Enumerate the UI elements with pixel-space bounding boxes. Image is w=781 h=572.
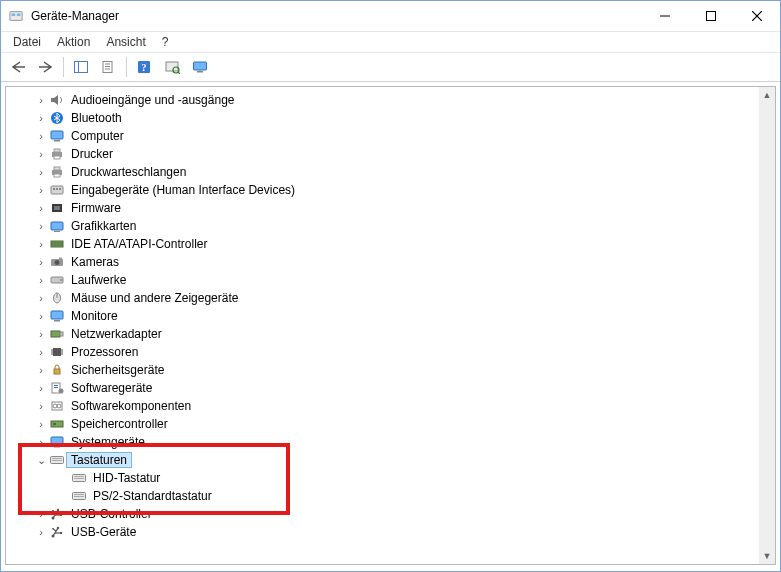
svg-rect-7 [75,62,88,73]
caret-down-icon[interactable]: ⌄ [34,454,48,467]
tree-row[interactable]: ›Drucker [12,145,759,163]
caret-right-icon[interactable]: › [34,310,48,322]
caret-right-icon[interactable]: › [34,130,48,142]
security-device-icon [48,363,66,377]
caret-right-icon[interactable]: › [34,256,48,268]
tree-row[interactable]: ›IDE ATA/ATAPI-Controller [12,235,759,253]
caret-right-icon[interactable]: › [34,220,48,232]
caret-right-icon[interactable]: › [34,292,48,304]
tree-row-label[interactable]: Prozessoren [66,344,143,360]
tree-row[interactable]: ›Mäuse und andere Zeigegeräte [12,289,759,307]
toolbar-show-pane-button[interactable] [68,54,94,80]
tree-row-label[interactable]: Bluetooth [66,110,127,126]
tree-row[interactable]: ›Grafikkarten [12,217,759,235]
menu-file[interactable]: Datei [5,33,49,51]
tree-row[interactable]: ›Bluetooth [12,109,759,127]
caret-right-icon[interactable]: › [34,400,48,412]
tree-row-label[interactable]: HID-Tastatur [88,470,165,486]
tree-row[interactable]: ›Computer [12,127,759,145]
tree-row-label[interactable]: Netzwerkadapter [66,326,167,342]
tree-row-label[interactable]: IDE ATA/ATAPI-Controller [66,236,212,252]
device-tree[interactable]: ›Audioeingänge und -ausgänge›Bluetooth›C… [6,87,759,564]
vertical-scrollbar[interactable]: ▲ ▼ [759,87,775,564]
tree-row[interactable]: ›HID-Tastatur [12,469,759,487]
caret-right-icon[interactable]: › [34,328,48,340]
caret-right-icon[interactable]: › [34,166,48,178]
software-component-icon [48,399,66,413]
tree-row-label[interactable]: PS/2-Standardtastatur [88,488,217,504]
tree-row[interactable]: ⌄Tastaturen [12,451,759,469]
tree-row-label[interactable]: Kameras [66,254,124,270]
tree-row-label[interactable]: Softwaregeräte [66,380,157,396]
tree-row[interactable]: ›PS/2-Standardtastatur [12,487,759,505]
maximize-button[interactable] [688,1,734,31]
tree-row-label[interactable]: Audioeingänge und -ausgänge [66,92,239,108]
toolbar-help-button[interactable]: ? [131,54,157,80]
menu-help[interactable]: ? [154,33,177,51]
close-button[interactable] [734,1,780,31]
caret-right-icon[interactable]: › [34,364,48,376]
toolbar-back-button[interactable] [5,54,31,80]
tree-row-label[interactable]: Grafikkarten [66,218,141,234]
network-adapter-icon [48,327,66,341]
tree-row[interactable]: ›Kameras [12,253,759,271]
tree-row-label[interactable]: Tastaturen [66,452,132,468]
tree-row-label[interactable]: Monitore [66,308,123,324]
svg-rect-18 [194,62,207,70]
scroll-track[interactable] [759,103,775,548]
tree-row-label[interactable]: Speichercontroller [66,416,173,432]
tree-row-label[interactable]: USB-Controller [66,506,157,522]
tree-row-label[interactable]: Laufwerke [66,272,131,288]
toolbar-forward-button[interactable] [33,54,59,80]
caret-right-icon[interactable]: › [34,436,48,448]
tree-row[interactable]: ›Eingabegeräte (Human Interface Devices) [12,181,759,199]
caret-right-icon[interactable]: › [34,382,48,394]
tree-row[interactable]: ›Prozessoren [12,343,759,361]
minimize-button[interactable] [642,1,688,31]
tree-row-label[interactable]: Mäuse und andere Zeigegeräte [66,290,243,306]
tree-row[interactable]: ›USB-Geräte [12,523,759,541]
caret-right-icon[interactable]: › [34,148,48,160]
caret-right-icon[interactable]: › [34,184,48,196]
caret-right-icon[interactable]: › [34,238,48,250]
menu-view[interactable]: Ansicht [98,33,153,51]
scroll-down-button[interactable]: ▼ [759,548,775,564]
caret-right-icon[interactable]: › [34,418,48,430]
caret-right-icon[interactable]: › [34,346,48,358]
tree-row-label[interactable]: Druckwarteschlangen [66,164,191,180]
tree-row[interactable]: ›Systemgeräte [12,433,759,451]
tree-row-label[interactable]: Computer [66,128,129,144]
tree-row[interactable]: ›Firmware [12,199,759,217]
tree-row[interactable]: ›Laufwerke [12,271,759,289]
scroll-up-button[interactable]: ▲ [759,87,775,103]
caret-right-icon[interactable]: › [34,94,48,106]
tree-row[interactable]: ›Softwaregeräte [12,379,759,397]
tree-row-label[interactable]: Softwarekomponenten [66,398,196,414]
tree-row[interactable]: ›Netzwerkadapter [12,325,759,343]
caret-right-icon[interactable]: › [34,508,48,520]
firmware-icon [48,201,66,215]
svg-rect-34 [54,206,60,210]
keyboard-icon [48,453,66,467]
tree-row[interactable]: ›Audioeingänge und -ausgänge [12,91,759,109]
toolbar-scan-button[interactable] [159,54,185,80]
tree-row-label[interactable]: Firmware [66,200,126,216]
menu-action[interactable]: Aktion [49,33,98,51]
tree-row-label[interactable]: Drucker [66,146,118,162]
toolbar-properties-button[interactable] [96,54,122,80]
tree-row[interactable]: ›Softwarekomponenten [12,397,759,415]
tree-row[interactable]: ›Sicherheitsgeräte [12,361,759,379]
tree-row[interactable]: ›USB-Controller [12,505,759,523]
caret-right-icon[interactable]: › [34,274,48,286]
tree-row[interactable]: ›Monitore [12,307,759,325]
tree-row[interactable]: ›Speichercontroller [12,415,759,433]
tree-row-label[interactable]: Systemgeräte [66,434,150,450]
toolbar-display-button[interactable] [187,54,213,80]
caret-right-icon[interactable]: › [34,112,48,124]
caret-right-icon[interactable]: › [34,526,48,538]
tree-row[interactable]: ›Druckwarteschlangen [12,163,759,181]
caret-right-icon[interactable]: › [34,202,48,214]
tree-row-label[interactable]: Sicherheitsgeräte [66,362,169,378]
tree-row-label[interactable]: USB-Geräte [66,524,141,540]
tree-row-label[interactable]: Eingabegeräte (Human Interface Devices) [66,182,300,198]
